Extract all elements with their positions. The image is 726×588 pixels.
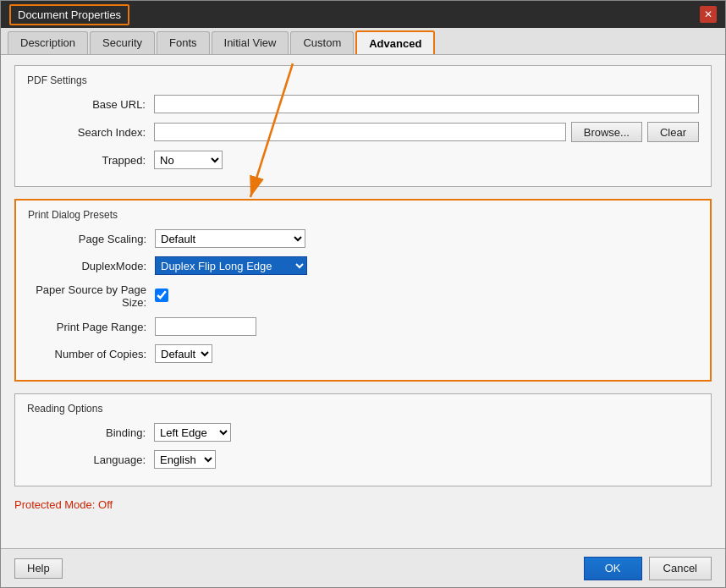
duplex-label: DuplexMode: bbox=[28, 260, 155, 272]
copies-select[interactable]: Default 1 2 3 bbox=[155, 344, 212, 363]
pdf-settings-section: PDF Settings Base URL: Search Index: Bro… bbox=[14, 65, 712, 187]
tab-fonts[interactable]: Fonts bbox=[157, 31, 210, 54]
tabs-bar: Description Security Fonts Initial View … bbox=[1, 28, 725, 55]
base-url-row: Base URL: bbox=[27, 95, 699, 113]
footer: Help OK Cancel bbox=[1, 548, 725, 587]
print-range-input[interactable] bbox=[155, 317, 256, 336]
document-properties-dialog: Document Properties ✕ Description Securi… bbox=[0, 0, 726, 588]
paper-source-control bbox=[155, 289, 698, 305]
base-url-label: Base URL: bbox=[27, 98, 154, 111]
protected-mode-value: Off bbox=[98, 498, 113, 511]
binding-control: Left Edge Right Edge bbox=[154, 423, 699, 442]
clear-button[interactable]: Clear bbox=[647, 122, 699, 142]
trapped-label: Trapped: bbox=[27, 154, 154, 167]
search-index-input[interactable] bbox=[154, 123, 566, 141]
cancel-button[interactable]: Cancel bbox=[649, 557, 712, 580]
page-scaling-label: Page Scaling: bbox=[28, 233, 155, 245]
copies-label: Number of Copies: bbox=[28, 348, 155, 360]
language-row: Language: English French German Spanish bbox=[27, 450, 699, 469]
tab-advanced[interactable]: Advanced bbox=[355, 30, 435, 54]
copies-row: Number of Copies: Default 1 2 3 bbox=[28, 344, 698, 363]
page-scaling-row: Page Scaling: Default None Fit to Printe… bbox=[28, 229, 698, 248]
trapped-control: No Yes Unknown bbox=[154, 151, 699, 169]
print-dialog-section: Print Dialog Presets Page Scaling: Defau… bbox=[14, 199, 712, 382]
footer-left: Help bbox=[14, 558, 63, 579]
duplex-control: Duplex Flip Long Edge None Simplex Duple… bbox=[155, 256, 698, 275]
print-range-control bbox=[155, 317, 698, 336]
print-range-row: Print Page Range: bbox=[28, 317, 698, 336]
print-range-label: Print Page Range: bbox=[28, 321, 155, 333]
tab-description[interactable]: Description bbox=[8, 31, 88, 54]
footer-right: OK Cancel bbox=[584, 557, 712, 580]
tab-security[interactable]: Security bbox=[90, 31, 155, 54]
paper-source-checkbox[interactable] bbox=[155, 289, 168, 302]
language-control: English French German Spanish bbox=[154, 450, 699, 469]
reading-options-section: Reading Options Binding: Left Edge Right… bbox=[14, 393, 712, 486]
trapped-select[interactable]: No Yes Unknown bbox=[154, 151, 223, 169]
help-button[interactable]: Help bbox=[14, 558, 63, 579]
tab-custom[interactable]: Custom bbox=[290, 31, 354, 54]
protected-mode-row: Protected Mode: Off bbox=[14, 498, 712, 511]
browse-button[interactable]: Browse... bbox=[571, 122, 642, 142]
protected-mode-label: Protected Mode: bbox=[14, 498, 95, 511]
pdf-settings-title: PDF Settings bbox=[27, 74, 699, 86]
trapped-row: Trapped: No Yes Unknown bbox=[27, 151, 699, 169]
dialog-title: Document Properties bbox=[9, 4, 129, 25]
paper-source-label: Paper Source by Page Size: bbox=[28, 283, 155, 309]
duplex-row: DuplexMode: Duplex Flip Long Edge None S… bbox=[28, 256, 698, 275]
close-button[interactable]: ✕ bbox=[700, 6, 717, 23]
print-dialog-title: Print Dialog Presets bbox=[28, 209, 698, 221]
binding-label: Binding: bbox=[27, 426, 154, 439]
tab-initial-view[interactable]: Initial View bbox=[212, 31, 289, 54]
page-scaling-control: Default None Fit to Printer Margins Redu… bbox=[155, 229, 698, 248]
search-index-label: Search Index: bbox=[27, 126, 154, 139]
title-bar: Document Properties ✕ bbox=[1, 1, 725, 28]
language-label: Language: bbox=[27, 453, 154, 466]
ok-button[interactable]: OK bbox=[584, 557, 642, 580]
page-scaling-select[interactable]: Default None Fit to Printer Margins Redu… bbox=[155, 229, 305, 248]
search-index-control: Browse... Clear bbox=[154, 122, 699, 142]
language-select[interactable]: English French German Spanish bbox=[154, 450, 216, 469]
binding-select[interactable]: Left Edge Right Edge bbox=[154, 423, 231, 442]
binding-row: Binding: Left Edge Right Edge bbox=[27, 423, 699, 442]
reading-options-title: Reading Options bbox=[27, 403, 699, 415]
duplex-select[interactable]: Duplex Flip Long Edge None Simplex Duple… bbox=[155, 256, 307, 275]
base-url-control bbox=[154, 95, 699, 113]
paper-source-row: Paper Source by Page Size: bbox=[28, 283, 698, 309]
content-area: PDF Settings Base URL: Search Index: Bro… bbox=[1, 55, 725, 548]
search-index-row: Search Index: Browse... Clear bbox=[27, 122, 699, 142]
copies-control: Default 1 2 3 bbox=[155, 344, 698, 363]
base-url-input[interactable] bbox=[154, 95, 699, 113]
